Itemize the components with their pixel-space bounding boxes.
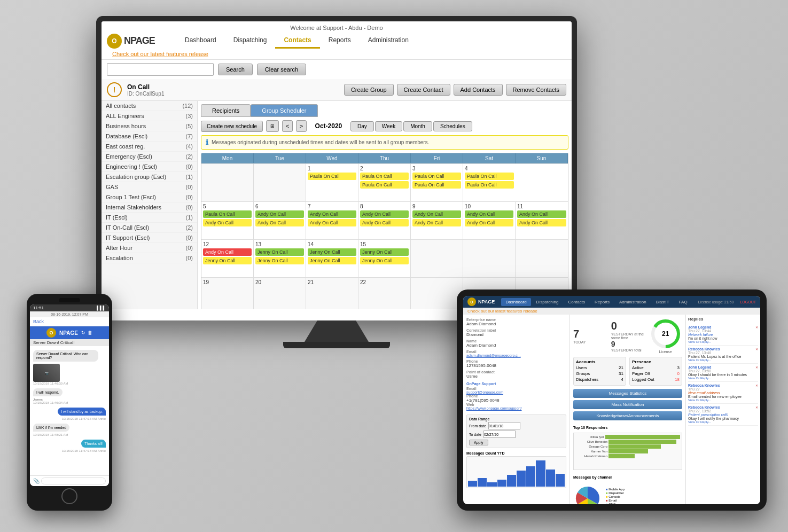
sidebar-item-after-hour[interactable]: After Hour (0) [102, 243, 197, 253]
view-or-reply-link[interactable]: View Or Reply... [688, 358, 758, 362]
sidebar-item-count: (4) [186, 143, 193, 150]
reply-subject: Patient prescription refill [688, 413, 758, 417]
view-or-reply-link[interactable]: View Or Reply... [688, 340, 758, 343]
users-label: Users [576, 365, 587, 370]
messages-statistics-button[interactable]: Messages Statistics [573, 389, 682, 398]
sidebar-item-it-oncall[interactable]: IT On-Call (Escl) (2) [102, 223, 197, 233]
nav-dispatching[interactable]: Dispatching [225, 33, 276, 49]
search-button[interactable]: Search [218, 64, 253, 75]
correlation-field: Correlation label Diamond [466, 328, 566, 337]
next-month-button[interactable]: > [296, 120, 307, 132]
reply-name: John Legend [688, 325, 712, 329]
sidebar-item-internal[interactable]: Internal Stakeholders (0) [102, 202, 197, 213]
tab-group-scheduler[interactable]: Group Scheduler [251, 104, 317, 117]
bar-chart [466, 456, 566, 488]
responder-name-5: Hanah Krekman [575, 455, 607, 458]
tab-recipients[interactable]: Recipients [201, 104, 251, 117]
month-view-button[interactable]: Month [403, 121, 432, 131]
cal-cell-oct7: 7 Andy On Call Andy On Call [306, 202, 358, 239]
reply-x-button[interactable]: ✕ [755, 405, 758, 409]
correlation-label: Correlation label [466, 328, 566, 332]
cal-cell-oct5: 5 Paula On Call Andy On Call [201, 202, 254, 239]
phone-back-button[interactable]: Back [33, 319, 44, 324]
sidebar-item-group1[interactable]: Group 1 Test (Escl) (0) [102, 192, 197, 202]
view-or-reply-link[interactable]: View Or Reply... [688, 398, 758, 402]
view-or-reply-link[interactable]: View Or Reply... [688, 420, 758, 424]
remove-contacts-button[interactable]: Remove Contacts [506, 84, 566, 96]
tablet-nav-administration[interactable]: Administration [615, 298, 651, 306]
nav-administration[interactable]: Administration [360, 33, 417, 49]
reply-item-4: Rebecca Knowles ✕ Thu 27 New email addre… [688, 382, 758, 404]
groups-row: Groups 31 [576, 371, 623, 376]
refresh-icon[interactable]: ↻ [81, 330, 85, 335]
event-paula-oncall-2: Paula On Call [360, 181, 409, 189]
users-row: Users 21 [576, 365, 623, 370]
week-view-button[interactable]: Week [375, 121, 402, 131]
phone-camera [59, 298, 80, 302]
schedules-view-button[interactable]: Schedules [433, 121, 472, 131]
sidebar-item-gas[interactable]: GAS (0) [102, 182, 197, 192]
knowledgebase-button[interactable]: Knowledgebase/Announcements [573, 411, 682, 420]
day-header-sun: Sun [516, 153, 568, 163]
tablet-nav-dispatching[interactable]: Dispatching [532, 298, 563, 306]
reply-x-button[interactable]: ✕ [755, 347, 758, 351]
create-group-button[interactable]: Create Group [344, 84, 394, 96]
responder-bar-2: Clive Benedict [575, 440, 680, 444]
apply-button[interactable]: Apply [469, 440, 488, 445]
sidebar-item-emergency[interactable]: Emergency (Escl) (2) [102, 152, 197, 162]
tablet-nav-contacts[interactable]: Contacts [564, 298, 589, 306]
search-input[interactable] [107, 63, 214, 76]
reply-x-button[interactable]: ✕ [755, 325, 758, 329]
delete-icon[interactable]: 🗑 [88, 330, 92, 335]
clear-search-button[interactable]: Clear search [257, 64, 306, 75]
nav-reports[interactable]: Reports [320, 33, 360, 49]
sidebar-item-engineering[interactable]: Engineering ! (Escl) (0) [102, 162, 197, 172]
event-andy-oncall-2: Andy On Call [412, 219, 461, 226]
nav-dashboard[interactable]: Dashboard [176, 33, 225, 49]
tablet-nav-dashboard[interactable]: Dashboard [501, 298, 530, 306]
nav-contacts[interactable]: Contacts [275, 33, 319, 49]
sidebar-item-all-contacts[interactable]: All contacts (12) [102, 101, 197, 111]
sidebar-item-database[interactable]: Database (Escl) (7) [102, 131, 197, 142]
phone-label: Phone [466, 359, 566, 363]
reply-x-button[interactable]: ✕ [755, 365, 758, 369]
add-contacts-button[interactable]: Add Contacts [454, 84, 503, 96]
tablet-nav-blastit[interactable]: BlastIT [652, 298, 674, 306]
message-image: 📷 [33, 364, 60, 382]
to-date-input[interactable] [483, 431, 516, 438]
prev-month-button[interactable]: < [282, 120, 293, 132]
attachment-icon[interactable]: 📎 [33, 478, 40, 484]
tablet-feature-link[interactable]: Check out our latest features release [463, 308, 760, 315]
tablet-nav-reports[interactable]: Reports [590, 298, 614, 306]
legend-item: ■ Mobile App [606, 488, 625, 491]
sidebar-item-all-engineers[interactable]: ALL Engineers (3) [102, 111, 197, 121]
phone-home-button[interactable] [61, 488, 77, 504]
sidebar-item-it[interactable]: IT (Escl) (1) [102, 213, 197, 223]
tablet-nav-faq[interactable]: FAQ [675, 298, 692, 306]
phone-text-input[interactable] [41, 478, 106, 484]
tablet-app: O NPAGE Dashboard Dispatching Contacts R… [463, 296, 760, 504]
info-bar: ℹ Messages originated during unscheduled… [201, 135, 568, 150]
from-date-row: From date [469, 422, 564, 429]
feature-link[interactable]: Check out our latest features release [107, 49, 566, 59]
sidebar-item-east-coast[interactable]: East coast reg. (4) [102, 142, 197, 152]
view-or-reply-link[interactable]: View Or Reply... [688, 377, 758, 380]
tablet-wrapper: O NPAGE Dashboard Dispatching Contacts R… [457, 290, 767, 511]
day-view-button[interactable]: Day [350, 121, 374, 131]
sidebar-item-escalation-group[interactable]: Escalation group (Escl) (1) [102, 172, 197, 182]
sidebar-item-count: (2) [186, 153, 193, 160]
sidebar-item-escalation[interactable]: Escalation (0) [102, 253, 197, 263]
cal-cell [411, 240, 463, 277]
grid-view-icon[interactable]: ⊞ [266, 120, 279, 132]
logout-button[interactable]: LOGOUT [740, 300, 756, 304]
cal-cell-oct2: 2 Paula On Call Paula On Call [358, 164, 411, 201]
sidebar-item-business-hours[interactable]: Business hours (5) [102, 121, 197, 131]
from-date-input[interactable] [488, 422, 520, 429]
mass-notification-button[interactable]: Mass Notification [573, 400, 682, 409]
create-contact-button[interactable]: Create Contact [397, 84, 450, 96]
sidebar-item-it-support[interactable]: IT Support (Escl) (0) [102, 233, 197, 243]
event-paula-oncall: Paula On Call [203, 210, 252, 218]
groups-value: 31 [619, 371, 623, 376]
reply-x-button[interactable]: ✕ [755, 384, 758, 387]
create-new-schedule-button[interactable]: Create new schedule [201, 121, 263, 132]
